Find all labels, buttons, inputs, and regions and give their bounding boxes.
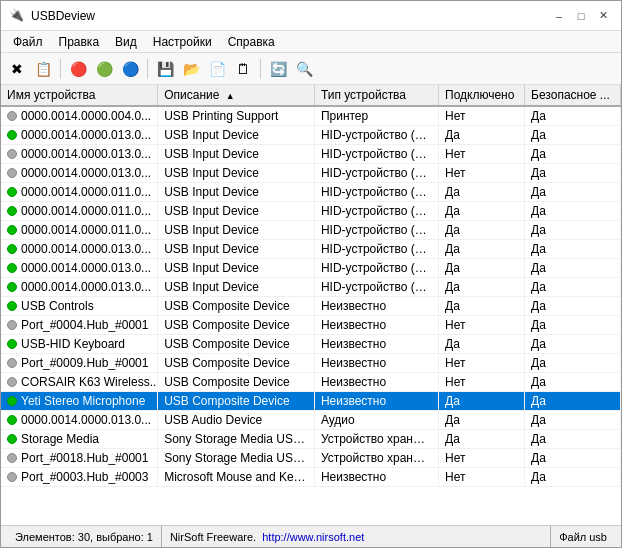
device-table-container[interactable]: Имя устройства Описание ▲ Тип устройства… <box>1 85 621 525</box>
table-row[interactable]: 0000.0014.0000.013.0... USB Input Device… <box>1 145 621 164</box>
table-row[interactable]: Port_#0003.Hub_#0003 Microsoft Mouse and… <box>1 468 621 487</box>
cell-type: Неизвестно <box>314 468 438 487</box>
cell-type: HID-устройство (… <box>314 164 438 183</box>
cell-type: Неизвестно <box>314 373 438 392</box>
cell-device-name: USB Controls <box>1 297 158 316</box>
status-dot <box>7 187 17 197</box>
cell-description: USB Audio Device <box>158 411 315 430</box>
device-table: Имя устройства Описание ▲ Тип устройства… <box>1 85 621 487</box>
menu-help[interactable]: Справка <box>220 33 283 51</box>
device-id: 0000.0014.0000.013.0... <box>21 413 151 427</box>
table-row[interactable]: 0000.0014.0000.013.0... USB Input Device… <box>1 240 621 259</box>
status-dot <box>7 472 17 482</box>
device-id: 0000.0014.0000.011.0... <box>21 204 151 218</box>
cell-device-name: 0000.0014.0000.004.0... <box>1 106 158 126</box>
cell-connected: Да <box>439 221 525 240</box>
table-row[interactable]: Port_#0018.Hub_#0001 Sony Storage Media … <box>1 449 621 468</box>
menu-edit[interactable]: Правка <box>51 33 108 51</box>
minimize-button[interactable]: – <box>549 6 569 26</box>
table-row[interactable]: 0000.0014.0000.013.0... USB Input Device… <box>1 278 621 297</box>
table-row[interactable]: 0000.0014.0000.013.0... USB Input Device… <box>1 259 621 278</box>
cell-type: HID-устройство (… <box>314 278 438 297</box>
col-connected[interactable]: Подключено <box>439 85 525 106</box>
table-row[interactable]: USB-HID Keyboard USB Composite Device Не… <box>1 335 621 354</box>
cell-description: Sony Storage Media USB D… <box>158 449 315 468</box>
cell-type: HID-устройство (… <box>314 183 438 202</box>
table-row[interactable]: 0000.0014.0000.011.0... USB Input Device… <box>1 183 621 202</box>
cell-safe: Да <box>525 126 621 145</box>
cell-safe: Да <box>525 468 621 487</box>
title-bar: 🔌 USBDeview – □ ✕ <box>1 1 621 31</box>
cell-safe: Да <box>525 278 621 297</box>
cell-device-name: Port_#0004.Hub_#0001 <box>1 316 158 335</box>
device-id: 0000.0014.0000.013.0... <box>21 166 151 180</box>
toolbar-green[interactable]: 🟢 <box>92 57 116 81</box>
table-row[interactable]: Port_#0009.Hub_#0001 USB Composite Devic… <box>1 354 621 373</box>
status-dot <box>7 263 17 273</box>
table-row[interactable]: Storage Media Sony Storage Media USB D… … <box>1 430 621 449</box>
cell-safe: Да <box>525 297 621 316</box>
device-id: Port_#0004.Hub_#0001 <box>21 318 148 332</box>
table-row[interactable]: 0000.0014.0000.013.0... USB Audio Device… <box>1 411 621 430</box>
cell-connected: Нет <box>439 106 525 126</box>
cell-device-name: CORSAIR K63 Wireless... <box>1 373 158 392</box>
table-row[interactable]: 0000.0014.0000.004.0... USB Printing Sup… <box>1 106 621 126</box>
menu-file[interactable]: Файл <box>5 33 51 51</box>
table-row[interactable]: 0000.0014.0000.011.0... USB Input Device… <box>1 221 621 240</box>
toolbar-search[interactable]: 🔍 <box>292 57 316 81</box>
table-row[interactable]: Port_#0004.Hub_#0001 USB Composite Devic… <box>1 316 621 335</box>
menu-bar: Файл Правка Вид Настройки Справка <box>1 31 621 53</box>
status-elements: Элементов: 30, выбрано: 1 <box>7 526 162 547</box>
device-id: Storage Media <box>21 432 99 446</box>
col-safe[interactable]: Безопасное ... <box>525 85 621 106</box>
toolbar-delete[interactable]: ✖ <box>5 57 29 81</box>
cell-device-name: 0000.0014.0000.013.0... <box>1 259 158 278</box>
cell-type: Неизвестно <box>314 316 438 335</box>
col-type[interactable]: Тип устройства <box>314 85 438 106</box>
cell-type: HID-устройство (… <box>314 240 438 259</box>
table-row[interactable]: USB Controls USB Composite Device Неизве… <box>1 297 621 316</box>
status-dot <box>7 206 17 216</box>
toolbar-sep1 <box>60 59 61 79</box>
cell-device-name: Port_#0003.Hub_#0003 <box>1 468 158 487</box>
status-dot <box>7 244 17 254</box>
cell-safe: Да <box>525 240 621 259</box>
menu-settings[interactable]: Настройки <box>145 33 220 51</box>
cell-safe: Да <box>525 335 621 354</box>
device-id: USB Controls <box>21 299 94 313</box>
title-controls: – □ ✕ <box>549 6 613 26</box>
device-id: Port_#0009.Hub_#0001 <box>21 356 148 370</box>
status-dot <box>7 320 17 330</box>
table-row[interactable]: Yeti Stereo Microphone USB Composite Dev… <box>1 392 621 411</box>
col-description[interactable]: Описание ▲ <box>158 85 315 106</box>
cell-safe: Да <box>525 221 621 240</box>
toolbar-refresh[interactable]: 🔄 <box>266 57 290 81</box>
toolbar-blue[interactable]: 🔵 <box>118 57 142 81</box>
cell-connected: Нет <box>439 449 525 468</box>
cell-device-name: 0000.0014.0000.013.0... <box>1 164 158 183</box>
menu-view[interactable]: Вид <box>107 33 145 51</box>
device-id: CORSAIR K63 Wireless... <box>21 375 158 389</box>
table-row[interactable]: 0000.0014.0000.013.0... USB Input Device… <box>1 164 621 183</box>
cell-connected: Да <box>439 202 525 221</box>
toolbar-open[interactable]: 📂 <box>179 57 203 81</box>
table-row[interactable]: 0000.0014.0000.013.0... USB Input Device… <box>1 126 621 145</box>
toolbar: ✖ 📋 🔴 🟢 🔵 💾 📂 📄 🗒 🔄 🔍 <box>1 53 621 85</box>
device-id: 0000.0014.0000.013.0... <box>21 261 151 275</box>
cell-connected: Да <box>439 278 525 297</box>
cell-connected: Нет <box>439 468 525 487</box>
col-device-name[interactable]: Имя устройства <box>1 85 158 106</box>
maximize-button[interactable]: □ <box>571 6 591 26</box>
cell-description: USB Input Device <box>158 278 315 297</box>
close-button[interactable]: ✕ <box>593 6 613 26</box>
cell-connected: Нет <box>439 145 525 164</box>
toolbar-save[interactable]: 💾 <box>153 57 177 81</box>
toolbar-export[interactable]: 📄 <box>205 57 229 81</box>
cell-description: USB Input Device <box>158 240 315 259</box>
cell-safe: Да <box>525 430 621 449</box>
toolbar-copy[interactable]: 📋 <box>31 57 55 81</box>
table-row[interactable]: 0000.0014.0000.011.0... USB Input Device… <box>1 202 621 221</box>
toolbar-red[interactable]: 🔴 <box>66 57 90 81</box>
table-row[interactable]: CORSAIR K63 Wireless... USB Composite De… <box>1 373 621 392</box>
toolbar-export2[interactable]: 🗒 <box>231 57 255 81</box>
